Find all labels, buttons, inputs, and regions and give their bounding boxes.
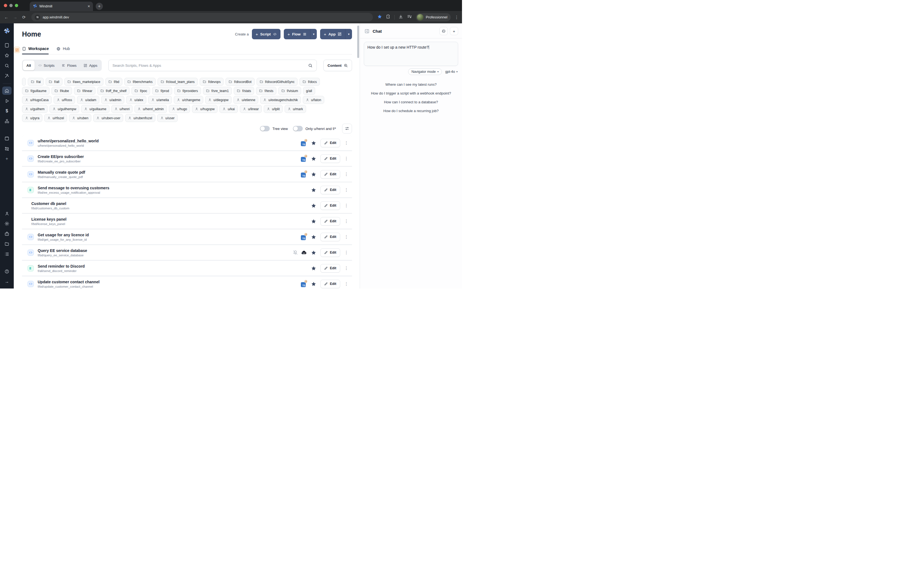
- chevron-down-icon[interactable]: ▾: [310, 29, 317, 39]
- chevron-down-icon[interactable]: ▾: [346, 29, 352, 39]
- list-item[interactable]: Get usage for any licence id f/bd/get_us…: [22, 229, 352, 244]
- owner-chip[interactable]: g/all: [303, 87, 315, 95]
- owner-chip[interactable]: u/rubenfiszel: [125, 114, 155, 122]
- owner-chip[interactable]: u/exteugenchubchik: [260, 96, 301, 104]
- panel-collapse-icon[interactable]: [364, 29, 370, 34]
- edit-button[interactable]: Edit: [320, 233, 340, 241]
- search-box[interactable]: [108, 60, 317, 71]
- favorite-star-icon[interactable]: [311, 172, 316, 177]
- favorite-star-icon[interactable]: [311, 266, 316, 271]
- item-menu-button[interactable]: ⋮: [344, 156, 347, 161]
- owner-chip[interactable]: f/devops: [200, 78, 224, 86]
- url-bar[interactable]: app.windmill.dev: [31, 13, 373, 21]
- favorite-star-icon[interactable]: [311, 250, 316, 255]
- chat-suggestion[interactable]: How can I connect to a database?: [360, 100, 462, 104]
- item-menu-button[interactable]: ⋮: [344, 281, 347, 286]
- ai-wand-icon[interactable]: [2, 72, 11, 80]
- list-item[interactable]: Send reminder to Discord f/all/send_disc…: [22, 261, 352, 276]
- only-filter-toggle[interactable]: [293, 126, 303, 131]
- search-icon[interactable]: [2, 61, 11, 70]
- owner-chip[interactable]: f/guillaume: [22, 87, 50, 95]
- owner-chip[interactable]: u/ruben: [69, 114, 92, 122]
- favorite-star-icon[interactable]: [311, 187, 316, 193]
- segment-flows[interactable]: Flows: [58, 60, 80, 70]
- new-tab-button[interactable]: +: [96, 3, 103, 10]
- owner-chip[interactable]: u/lplit: [264, 105, 283, 113]
- owner-chip[interactable]: f/kube: [52, 87, 72, 95]
- sidebar-item-folders[interactable]: [2, 240, 11, 248]
- model-select[interactable]: gpt-4o▾: [445, 70, 457, 74]
- owner-chip[interactable]: f/off_the_shelf: [97, 87, 129, 95]
- item-menu-button[interactable]: ⋮: [344, 187, 347, 192]
- edit-button[interactable]: Edit: [320, 280, 340, 288]
- tree-view-toggle[interactable]: [260, 126, 270, 131]
- edit-button[interactable]: Edit: [320, 155, 340, 163]
- owner-chip[interactable]: u/HugoCasa: [22, 96, 52, 104]
- favorite-star-icon[interactable]: [311, 140, 316, 146]
- tab-hub[interactable]: Hub: [57, 47, 70, 54]
- owner-chip[interactable]: f/aws_marketplace: [65, 78, 103, 86]
- list-item[interactable]: Query EE service database f/bd/query_ee_…: [22, 245, 352, 260]
- list-item[interactable]: Manually create quote pdf f/bd/manually_…: [22, 167, 352, 182]
- owner-chip[interactable]: u/ruben-user: [93, 114, 123, 122]
- help-icon[interactable]: [2, 268, 11, 276]
- owner-chip[interactable]: u/admin: [101, 96, 124, 104]
- owner-chip[interactable]: f/benchmarks: [124, 78, 156, 86]
- owner-chip[interactable]: u/changeme: [174, 96, 203, 104]
- search-input[interactable]: [113, 63, 308, 68]
- edit-button[interactable]: Edit: [320, 264, 340, 272]
- owner-chip[interactable]: f/poc: [131, 87, 150, 95]
- tab-close-icon[interactable]: ✕: [87, 5, 90, 8]
- owner-chip[interactable]: u/henri: [111, 105, 133, 113]
- display-settings-button[interactable]: [342, 124, 352, 134]
- owner-chip[interactable]: u/adam: [77, 96, 99, 104]
- mode-select[interactable]: Navigator mode▾: [408, 68, 442, 75]
- segment-all[interactable]: All: [23, 60, 35, 70]
- owner-chip[interactable]: u/guillaume: [81, 105, 109, 113]
- owner-chip[interactable]: u/guilhem: [22, 105, 48, 113]
- sidebar-item-variables[interactable]: $: [2, 107, 11, 115]
- owner-chip[interactable]: u/faton: [303, 96, 324, 104]
- favorite-star-icon[interactable]: [311, 156, 316, 161]
- owner-chip[interactable]: u/diegopw: [205, 96, 231, 104]
- owner-chip[interactable]: f/bd: [105, 78, 123, 86]
- chip-clipped[interactable]: [22, 78, 26, 86]
- sidebar-item-home[interactable]: [2, 87, 11, 95]
- back-arrow-icon[interactable]: ←: [3, 15, 9, 19]
- item-menu-button[interactable]: ⋮: [344, 140, 347, 145]
- sidebar-item-routes[interactable]: [2, 145, 11, 153]
- item-menu-button[interactable]: ⋮: [344, 219, 347, 224]
- create-flow-button[interactable]: +Flow ▾: [284, 29, 317, 39]
- owner-chip[interactable]: f/prod: [152, 87, 172, 95]
- owner-chip[interactable]: u/hugopw: [192, 105, 218, 113]
- item-menu-button[interactable]: ⋮: [344, 234, 347, 239]
- extensions-icon[interactable]: [386, 14, 391, 20]
- owner-chip[interactable]: f/tests: [256, 87, 276, 95]
- owner-chip[interactable]: u/hugo: [169, 105, 190, 113]
- list-item[interactable]: Create EE/pro subscriber f/bd/create_ee_…: [22, 151, 352, 166]
- sidebar-item-schedules[interactable]: [2, 134, 11, 143]
- edit-button[interactable]: Edit: [320, 139, 340, 147]
- item-menu-button[interactable]: ⋮: [344, 266, 347, 271]
- segment-scripts[interactable]: Scripts: [35, 60, 58, 70]
- owner-chip[interactable]: f/linear: [74, 87, 95, 95]
- owner-chip[interactable]: f/visium: [278, 87, 301, 95]
- sidebar-item-groups[interactable]: [2, 250, 11, 258]
- edit-button[interactable]: Edit: [320, 201, 340, 210]
- edit-button[interactable]: Edit: [320, 248, 340, 257]
- new-chat-icon[interactable]: +: [450, 27, 458, 35]
- owner-chip[interactable]: f/providers: [174, 87, 201, 95]
- close-window-button[interactable]: [4, 4, 7, 7]
- chat-input[interactable]: How do I set up a new HTTP route?: [364, 42, 458, 66]
- bookmark-star-icon[interactable]: [377, 14, 382, 20]
- expand-sidebar-icon[interactable]: →: [2, 277, 11, 286]
- favorite-star-icon[interactable]: [311, 281, 316, 287]
- browser-tab[interactable]: Windmill ✕: [30, 2, 93, 11]
- owner-chip[interactable]: u/kai: [220, 105, 237, 113]
- list-item[interactable]: Customer db panel f/bd/customers_db_cust…: [22, 198, 352, 213]
- sidebar-item-user[interactable]: [2, 210, 11, 218]
- edit-button[interactable]: Edit: [320, 170, 340, 179]
- zoom-window-button[interactable]: [15, 4, 18, 7]
- download-icon[interactable]: [399, 14, 403, 20]
- workspace-icon[interactable]: [2, 41, 11, 50]
